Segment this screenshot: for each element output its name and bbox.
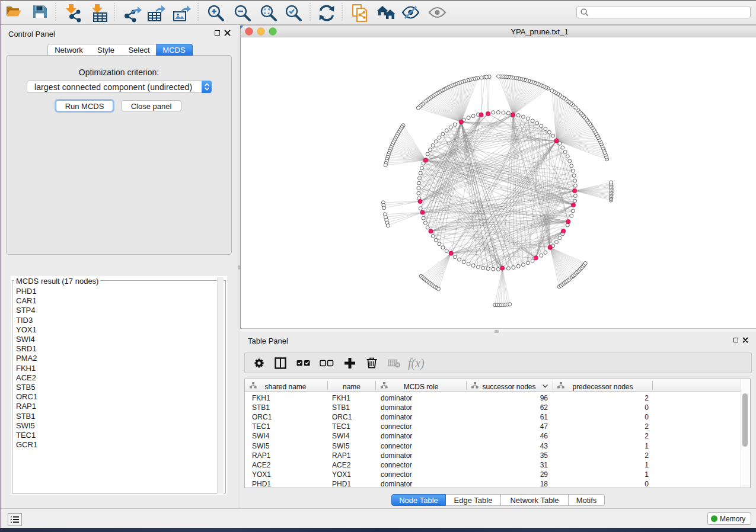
svg-text:f(x): f(x) [408,357,425,370]
